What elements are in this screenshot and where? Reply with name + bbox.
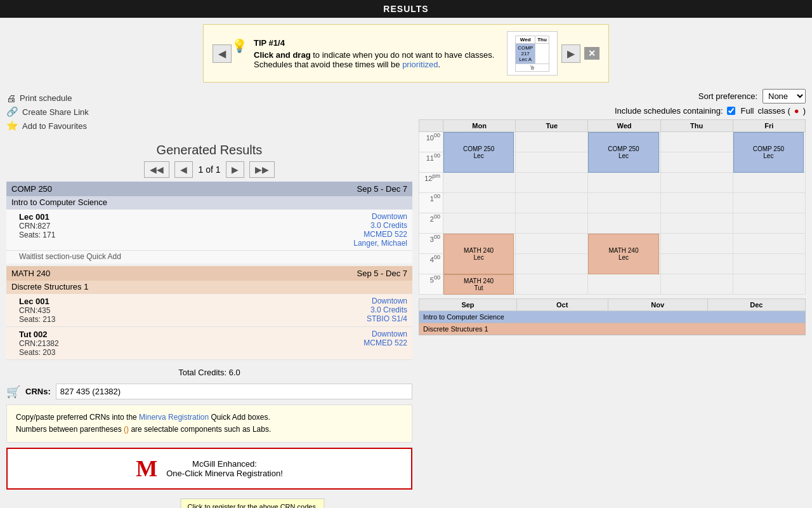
comp250-wed-event[interactable]: COMP 250 Lec xyxy=(588,132,658,173)
cal-cell-mon-12 xyxy=(443,173,516,193)
section-math240-lec-seats: Seats: 213 xyxy=(19,315,55,324)
tip-preview-course: COMP xyxy=(518,45,533,51)
results-heading: Generated Results xyxy=(6,143,412,157)
full-classes-checkbox[interactable] xyxy=(727,107,735,115)
section-comp250-lec-location: Downtown xyxy=(353,212,407,221)
cal-cell-fri-1 xyxy=(733,193,805,213)
cal-header-thu: Thu xyxy=(660,120,733,132)
create-share-link[interactable]: 🔗 Create Share Link xyxy=(6,105,412,119)
legend-row-discrete: Discrete Structures 1 xyxy=(419,323,806,335)
print-schedule-link[interactable]: 🖨 Print schedule xyxy=(6,91,412,105)
star-icon: ⭐ xyxy=(6,120,18,131)
time-5: 500 xyxy=(419,274,443,295)
mcgill-line1: McGill Enhanced: xyxy=(166,459,283,469)
cal-cell-thu-2 xyxy=(660,213,733,234)
tip-content: 💡 TIP #1/4 Click and drag to indicate wh… xyxy=(232,38,503,69)
full-classes-label: Full xyxy=(741,106,754,116)
tip-close-button[interactable]: ✕ xyxy=(584,47,599,60)
tip-preview-col1: Wed xyxy=(516,36,535,43)
print-icon: 🖨 xyxy=(6,93,16,104)
course-math240: MATH 240 Sep 5 - Dec 7 Discrete Structur… xyxy=(6,266,412,360)
pagination: ◀◀ ◀ 1 of 1 ▶ ▶▶ xyxy=(6,161,412,178)
section-math240-lec-location: Downtown xyxy=(367,297,407,305)
section-math240-tut-name: Tut 002 xyxy=(19,330,59,339)
legend-discrete-structures: Discrete Structures 1 xyxy=(419,323,806,335)
mcgill-m-letter: M xyxy=(136,455,157,482)
cal-cell-thu-3 xyxy=(660,234,733,254)
time-4: 400 xyxy=(419,254,443,274)
section-math240-tut-location: Downtown xyxy=(363,330,407,338)
tip-preview-col2: Thu xyxy=(535,36,549,43)
section-comp250-lec-building: MCMED 522 xyxy=(353,230,407,239)
cal-cell-tue-4 xyxy=(516,254,588,274)
cal-cell-fri-5 xyxy=(733,274,805,295)
section-math240-lec-building: STBIO S1/4 xyxy=(367,314,407,323)
section-math240-lec-credits: 3.0 Credits xyxy=(367,305,407,314)
sort-label: Sort preference: xyxy=(698,91,757,101)
tip-preview-num: 217 xyxy=(518,51,533,57)
course-comp250-date: Sep 5 - Dec 7 xyxy=(357,184,408,194)
section-math240-tut-crn: CRN:21382 xyxy=(19,339,59,348)
tip-prev-button[interactable]: ◀ xyxy=(213,44,232,63)
tip-bold: Click and drag xyxy=(254,50,311,60)
cal-cell-wed-10: COMP 250 Lec xyxy=(588,132,660,152)
cart-icon: 🛒 xyxy=(6,385,20,399)
sort-select[interactable]: None Rating Gaps xyxy=(763,89,806,104)
last-page-button[interactable]: ▶▶ xyxy=(249,161,275,178)
cal-cell-tue-1 xyxy=(516,193,588,213)
cal-row-10: 1000 COMP 250 Lec COMP 250 Lec xyxy=(419,132,806,152)
section-comp250-lec-name: Lec 001 xyxy=(19,212,55,222)
course-comp250-title: Intro to Computer Science xyxy=(6,196,412,210)
section-math240-tut-building: MCMED 522 xyxy=(363,338,407,347)
cal-header-fri: Fri xyxy=(733,120,805,132)
cal-cell-tue-10 xyxy=(516,132,588,152)
math240-lec-mon-event[interactable]: MATH 240 Lec xyxy=(443,234,514,274)
tip-next-button[interactable]: ▶ xyxy=(561,44,580,63)
legend-dec: Dec xyxy=(707,299,805,311)
mcgill-line2: One-Click Minerva Registration! xyxy=(166,469,283,478)
tooltip: Click to register for the above CRN code… xyxy=(181,498,325,508)
cal-header-mon: Mon xyxy=(443,120,516,132)
section-math240-lec-crn: CRN:435 xyxy=(19,306,55,315)
cal-cell-wed-3: MATH 240 Lec xyxy=(588,234,660,254)
calendar-legend: Sep Oct Nov Dec Intro to Computer Scienc… xyxy=(419,298,806,335)
cal-header-tue: Tue xyxy=(516,120,588,132)
cal-cell-fri-4 xyxy=(733,254,805,274)
cal-header-wed: Wed xyxy=(588,120,660,132)
cal-cell-fri-2 xyxy=(733,213,805,234)
page-title: RESULTS xyxy=(383,4,428,14)
add-to-favourites-link[interactable]: ⭐ Add to Favourites xyxy=(6,119,412,133)
legend-table: Sep Oct Nov Dec Intro to Computer Scienc… xyxy=(419,298,806,335)
tip-preview-lec: Lec A xyxy=(518,57,533,62)
include-label: Include schedules containing: xyxy=(615,106,723,116)
math240-tut-mon-event[interactable]: MATH 240 Tut xyxy=(443,274,514,295)
course-math240-date: Sep 5 - Dec 7 xyxy=(357,269,408,278)
comp250-mon-event[interactable]: COMP 250 Lec xyxy=(443,132,514,173)
crn-input[interactable] xyxy=(56,384,412,399)
crn-area: 🛒 CRNs: xyxy=(6,381,412,402)
cal-cell-tue-5 xyxy=(516,274,588,295)
math240-lec-wed-event[interactable]: MATH 240 Lec xyxy=(588,234,658,274)
legend-oct: Oct xyxy=(516,299,608,311)
legend-nov: Nov xyxy=(608,299,707,311)
section-comp250-lec-seats: Seats: 171 xyxy=(19,231,55,239)
legend-sep: Sep xyxy=(419,299,517,311)
tip-bar: ◀ 💡 TIP #1/4 Click and drag to indicate … xyxy=(203,24,609,83)
left-actions: 🖨 Print schedule 🔗 Create Share Link ⭐ A… xyxy=(6,89,412,138)
prev-page-button[interactable]: ◀ xyxy=(174,161,193,178)
crn-label: CRNs: xyxy=(25,387,51,396)
tip-icon: 💡 xyxy=(232,38,247,53)
cal-row-3: 300 MATH 240 Lec MATH 240 Lec xyxy=(419,234,806,254)
mcgill-register-button[interactable]: M McGill Enhanced: One-Click Minerva Reg… xyxy=(6,448,412,490)
full-dot: ● xyxy=(794,106,799,116)
cal-cell-thu-12 xyxy=(660,173,733,193)
cal-row-5: 500 MATH 240 Tut xyxy=(419,274,806,295)
cal-cell-mon-2 xyxy=(443,213,516,234)
next-page-button[interactable]: ▶ xyxy=(226,161,244,178)
time-10: 1000 xyxy=(419,132,443,152)
first-page-button[interactable]: ◀◀ xyxy=(144,161,169,178)
cal-cell-tue-2 xyxy=(516,213,588,234)
tip-text: Click and drag to indicate when you do n… xyxy=(254,50,503,69)
cal-row-2: 200 xyxy=(419,213,806,234)
comp250-fri-event[interactable]: COMP 250 Lec xyxy=(733,132,804,173)
